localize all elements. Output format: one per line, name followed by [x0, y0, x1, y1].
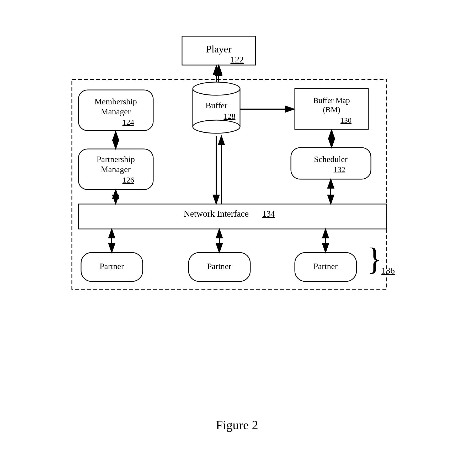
svg-text:130: 130: [340, 116, 351, 124]
svg-text:132: 132: [333, 165, 345, 174]
figure-caption: Figure 2: [54, 418, 421, 432]
svg-text:Buffer Map: Buffer Map: [313, 96, 350, 105]
svg-rect-6: [78, 90, 153, 131]
svg-text:136: 136: [381, 266, 395, 275]
svg-text:126: 126: [122, 175, 134, 184]
svg-rect-23: [189, 253, 250, 281]
svg-text:Buffer: Buffer: [205, 101, 227, 110]
svg-rect-9: [291, 148, 371, 179]
diagram: } 136 Player 122 Membership Manager 124 …: [54, 28, 421, 448]
svg-text:}: }: [367, 242, 382, 276]
svg-point-56: [193, 120, 240, 133]
svg-text:Scheduler: Scheduler: [314, 154, 348, 164]
svg-rect-22: [81, 253, 143, 281]
svg-text:Partner: Partner: [99, 261, 124, 271]
svg-text:Player: Player: [206, 44, 231, 55]
svg-text:122: 122: [230, 55, 244, 64]
svg-text:Manager: Manager: [101, 164, 131, 174]
svg-rect-7: [78, 149, 153, 190]
svg-text:124: 124: [122, 118, 134, 126]
svg-text:Partnership: Partnership: [97, 154, 135, 164]
svg-point-53: [193, 82, 240, 95]
svg-rect-8: [295, 89, 368, 129]
svg-text:Partner: Partner: [207, 261, 231, 271]
svg-rect-2: [182, 36, 255, 65]
svg-text:(BM): (BM): [323, 105, 340, 114]
svg-text:128: 128: [223, 112, 235, 120]
svg-text:Membership: Membership: [94, 97, 137, 106]
svg-text:134: 134: [262, 209, 275, 218]
svg-rect-10: [78, 204, 387, 229]
svg-rect-24: [295, 253, 356, 281]
svg-text:Partner: Partner: [313, 261, 338, 271]
figure-caption-text: Figure 2: [216, 418, 258, 432]
svg-rect-5: [72, 79, 387, 289]
svg-text:Manager: Manager: [101, 107, 131, 116]
svg-text:Network Interface: Network Interface: [183, 209, 248, 218]
